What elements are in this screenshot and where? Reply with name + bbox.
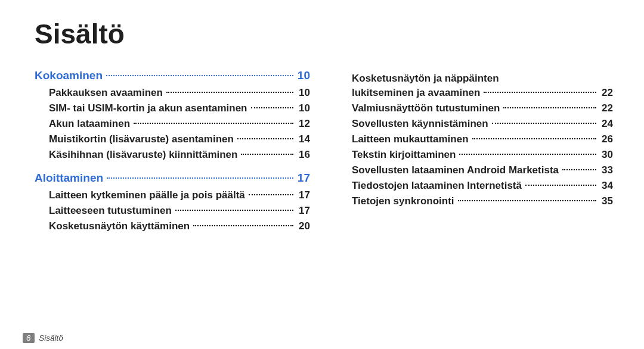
- dot-leader: [193, 225, 293, 226]
- footer-page-number: 6: [23, 333, 35, 343]
- toc-page: 20: [297, 220, 310, 232]
- dot-leader: [134, 123, 293, 124]
- dot-leader: [484, 92, 596, 93]
- toc-page: 12: [297, 118, 310, 130]
- toc-label: Sovellusten käynnistäminen: [352, 118, 488, 130]
- toc-entry[interactable]: Pakkauksen avaaminen 10: [35, 87, 310, 99]
- toc-label: Sovellusten lataaminen Android Marketist…: [352, 164, 559, 176]
- toc-page: 10: [297, 102, 310, 114]
- toc-entry[interactable]: Muistikortin (lisävaruste) asentaminen 1…: [35, 133, 310, 145]
- dot-leader: [106, 75, 293, 76]
- toc-entry[interactable]: Tiedostojen lataaminen Internetistä 34: [338, 180, 613, 192]
- toc-entry-line2[interactable]: lukitseminen ja avaaminen 22: [338, 87, 613, 99]
- toc-entry[interactable]: Laitteen kytkeminen päälle ja pois päält…: [35, 189, 310, 201]
- section-label: Aloittaminen: [35, 172, 103, 185]
- dot-leader: [503, 107, 596, 108]
- toc-page: 17: [297, 205, 310, 217]
- toc-label: lukitseminen ja avaaminen: [352, 87, 480, 99]
- dot-leader: [562, 169, 596, 170]
- toc-label: Tietojen synkronointi: [352, 195, 454, 207]
- toc-page: 14: [297, 133, 310, 145]
- toc-entry[interactable]: Sovellusten lataaminen Android Marketist…: [338, 164, 613, 176]
- toc-columns: Kokoaminen 10 Pakkauksen avaaminen 10 SI…: [35, 69, 613, 236]
- toc-page: 33: [600, 164, 613, 176]
- toc-entry[interactable]: Tietojen synkronointi 35: [338, 195, 613, 207]
- toc-entry[interactable]: Kosketusnäytön ja näppäinten: [338, 73, 613, 85]
- section-aloittaminen[interactable]: Aloittaminen 17: [35, 172, 310, 185]
- toc-page: 22: [600, 87, 613, 99]
- dot-leader: [492, 123, 596, 124]
- toc-entry[interactable]: Laitteeseen tutustuminen 17: [35, 205, 310, 217]
- toc-label: Käsihihnan (lisävaruste) kiinnittäminen: [49, 149, 237, 161]
- toc-page: 17: [297, 189, 310, 201]
- toc-label: Laitteen kytkeminen päälle ja pois päält…: [49, 189, 245, 201]
- toc-page: 22: [600, 102, 613, 114]
- dot-leader: [107, 177, 293, 179]
- toc-page: 30: [600, 149, 613, 161]
- section-page: 17: [297, 172, 310, 185]
- dot-leader: [251, 107, 293, 108]
- section-kokoaminen[interactable]: Kokoaminen 10: [35, 69, 310, 82]
- toc-label: SIM- tai USIM-kortin ja akun asentaminen: [49, 102, 247, 114]
- dot-leader: [241, 154, 293, 155]
- toc-entry[interactable]: Kosketusnäytön käyttäminen 20: [35, 220, 310, 232]
- toc-page: 35: [600, 195, 613, 207]
- dot-leader: [458, 200, 596, 201]
- toc-page: 24: [600, 118, 613, 130]
- toc-page: 34: [600, 180, 613, 192]
- toc-label: Tiedostojen lataaminen Internetistä: [352, 180, 522, 192]
- toc-label: Pakkauksen avaaminen: [49, 87, 163, 99]
- toc-label: Valmiusnäyttöön tutustuminen: [352, 102, 500, 114]
- dot-leader: [249, 194, 293, 195]
- right-column: Kosketusnäytön ja näppäinten lukitsemine…: [338, 69, 613, 236]
- toc-label: Kosketusnäytön käyttäminen: [49, 220, 190, 232]
- dot-leader: [525, 185, 596, 186]
- dot-leader: [166, 92, 293, 93]
- toc-page: 10: [297, 87, 310, 99]
- dot-leader: [459, 154, 596, 155]
- toc-page: 16: [297, 149, 310, 161]
- footer-doc-title: Sisältö: [39, 334, 63, 342]
- toc-entry[interactable]: Käsihihnan (lisävaruste) kiinnittäminen …: [35, 149, 310, 161]
- toc-entry[interactable]: Valmiusnäyttöön tutustuminen 22: [338, 102, 613, 114]
- dot-leader: [237, 138, 293, 139]
- dot-leader: [472, 138, 596, 139]
- left-column: Kokoaminen 10 Pakkauksen avaaminen 10 SI…: [35, 69, 310, 236]
- toc-entry[interactable]: Tekstin kirjoittaminen 30: [338, 149, 613, 161]
- section-label: Kokoaminen: [35, 69, 103, 82]
- toc-label: Tekstin kirjoittaminen: [352, 149, 456, 161]
- toc-page: 26: [600, 133, 613, 145]
- dot-leader: [175, 210, 293, 211]
- toc-label: Kosketusnäytön ja näppäinten: [352, 73, 499, 85]
- toc-label: Muistikortin (lisävaruste) asentaminen: [49, 133, 234, 145]
- toc-entry[interactable]: SIM- tai USIM-kortin ja akun asentaminen…: [35, 102, 310, 114]
- toc-label: Akun lataaminen: [49, 118, 130, 130]
- toc-entry[interactable]: Akun lataaminen 12: [35, 118, 310, 130]
- toc-entry[interactable]: Sovellusten käynnistäminen 24: [338, 118, 613, 130]
- section-page: 10: [297, 69, 310, 82]
- toc-entry[interactable]: Laitteen mukauttaminen 26: [338, 133, 613, 145]
- page-title: Sisältö: [35, 18, 613, 50]
- toc-label: Laitteeseen tutustuminen: [49, 205, 172, 217]
- page-footer: 6 Sisältö: [23, 333, 63, 343]
- toc-label: Laitteen mukauttaminen: [352, 133, 469, 145]
